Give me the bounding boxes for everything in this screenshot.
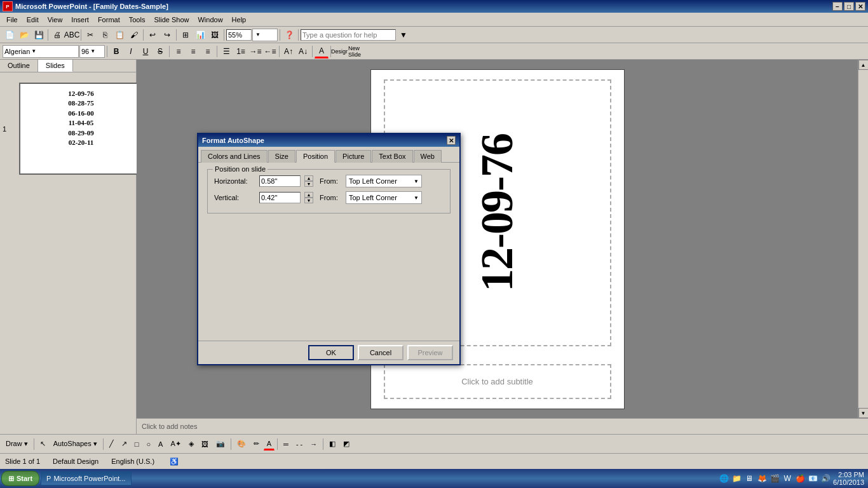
draw-menu-button[interactable]: Draw ▾ [3,438,31,450]
menu-tools[interactable]: Tools [125,15,149,25]
print-button[interactable]: 🖨 [50,28,64,42]
decrease-indent-button[interactable]: ←≡ [263,44,277,58]
3d-button[interactable]: ◩ [340,438,353,450]
autoshapes-button[interactable]: AutoShapes ▾ [50,438,100,450]
menu-help[interactable]: Help [228,15,250,25]
horizontal-spin-down[interactable]: ▼ [304,181,313,187]
fill-color-button[interactable]: 🎨 [234,438,249,450]
zoom-dropdown[interactable]: ▼ [252,29,278,41]
rect-button[interactable]: □ [132,438,142,450]
help-search-dropdown[interactable]: ▼ [397,28,410,42]
help-button[interactable]: ❓ [282,28,296,42]
new-slide-button[interactable]: New Slide [348,44,362,58]
minimize-button[interactable]: − [832,2,843,11]
align-left-button[interactable]: ≡ [172,44,186,58]
italic-button[interactable]: I [124,44,138,58]
paste-button[interactable]: 📋 [112,28,126,42]
bold-button[interactable]: B [109,44,123,58]
arrow-button[interactable]: ↗ [118,438,130,450]
vertical-spin-up[interactable]: ▲ [304,192,313,198]
spell-check-button[interactable]: ABC [65,28,79,42]
menu-format[interactable]: Format [94,15,124,25]
tab-size[interactable]: Size [268,150,295,163]
menu-view[interactable]: View [44,15,67,25]
numbering-button[interactable]: 1≡ [234,44,248,58]
open-button[interactable]: 📂 [17,28,31,42]
font-color-button[interactable]: A [315,44,329,58]
vertical-spin-down[interactable]: ▼ [304,198,313,203]
insert-chart-button[interactable]: 📊 [193,28,207,42]
font-family-dropdown[interactable]: Algerian ▼ [3,45,79,58]
line-button[interactable]: ╱ [106,438,117,450]
line-style-button[interactable]: ═ [280,438,292,450]
zoom-input[interactable] [226,29,252,41]
tab-slides[interactable]: Slides [38,60,73,72]
cut-button[interactable]: ✂ [83,28,97,42]
task-pp-icon: P [46,475,51,482]
format-painter-button[interactable]: 🖌 [127,28,141,42]
tab-picture[interactable]: Picture [336,150,371,163]
horizontal-spin-up[interactable]: ▲ [304,175,313,181]
scroll-up-arrow[interactable]: ▲ [858,60,869,70]
clip-art-button[interactable]: 🖼 [198,438,212,450]
strikethrough-button[interactable]: S [153,44,167,58]
tab-outline[interactable]: Outline [0,60,38,72]
menu-edit[interactable]: Edit [23,15,43,25]
task-powerpoint[interactable]: P Microsoft PowerPoint... [41,471,131,485]
dialog-close-button[interactable]: ✕ [447,136,456,145]
tab-web[interactable]: Web [414,150,442,163]
slide-thumbnail[interactable]: 12-09-76 08-28-75 06-16-00 11-04-05 08-2… [19,83,143,175]
line-color-button[interactable]: ✏ [250,438,262,450]
textbox-button[interactable]: A [155,438,166,450]
bullets-button[interactable]: ☰ [219,44,233,58]
titlebar-left: P Microsoft PowerPoint - [Family Dates-S… [3,1,168,11]
horizontal-from-dropdown[interactable]: Top Left Corner ▼ [346,175,422,187]
cancel-button[interactable]: Cancel [358,345,403,360]
align-right-button[interactable]: ≡ [201,44,215,58]
arrow-style-button[interactable]: → [307,438,320,450]
tab-colors-lines[interactable]: Colors and Lines [201,150,268,163]
picture-button[interactable]: 📷 [213,438,228,450]
menu-file[interactable]: File [3,15,22,25]
horizontal-input[interactable] [259,175,301,187]
insert-picture-button[interactable]: 🖼 [208,28,222,42]
slide-subtitle-area[interactable]: Click to add subtitle [384,364,611,399]
redo-button[interactable]: ↪ [160,28,174,42]
menu-insert[interactable]: Insert [67,15,93,25]
new-button[interactable]: 📄 [3,28,17,42]
wordart-button[interactable]: A✦ [167,438,184,450]
vertical-input[interactable] [259,192,301,203]
font-size-dropdown[interactable]: 96 ▼ [79,45,105,58]
dash-style-button[interactable]: - - [293,438,306,450]
maximize-button[interactable]: □ [844,2,854,11]
select-button[interactable]: ↖ [37,438,49,450]
increase-font-size-button[interactable]: A↑ [281,44,295,58]
menu-window[interactable]: Window [194,15,226,25]
decrease-font-size-button[interactable]: A↓ [296,44,310,58]
scroll-track[interactable] [858,70,868,408]
diagram-button[interactable]: ◈ [186,438,197,450]
scroll-down-arrow[interactable]: ▼ [858,408,869,418]
shadow-button[interactable]: ◧ [326,438,339,450]
increase-indent-button[interactable]: →≡ [248,44,262,58]
start-button[interactable]: ⊞ Start [1,471,39,486]
underline-button[interactable]: U [139,44,153,58]
dialog-content: Position on slide Horizontal: ▲ ▼ From: [198,163,459,341]
undo-button[interactable]: ↩ [146,28,159,42]
align-center-button[interactable]: ≡ [186,44,200,58]
help-search-input[interactable] [301,29,396,41]
preview-button[interactable]: Preview [407,345,453,360]
menu-slideshow[interactable]: Slide Show [150,15,193,25]
font-color-draw-button[interactable]: A [264,438,275,451]
ok-button[interactable]: OK [308,345,354,360]
save-button[interactable]: 💾 [32,28,46,42]
tab-text-box[interactable]: Text Box [372,150,412,163]
design-button[interactable]: Design [333,44,347,58]
tab-position[interactable]: Position [296,150,335,163]
close-button[interactable]: ✕ [855,2,865,11]
insert-table-button[interactable]: ⊞ [179,28,193,42]
oval-button[interactable]: ○ [143,438,154,450]
vertical-from-dropdown[interactable]: Top Left Corner ▼ [346,191,422,204]
notes-area[interactable]: Click to add notes [137,418,868,434]
copy-button[interactable]: ⎘ [98,28,112,42]
